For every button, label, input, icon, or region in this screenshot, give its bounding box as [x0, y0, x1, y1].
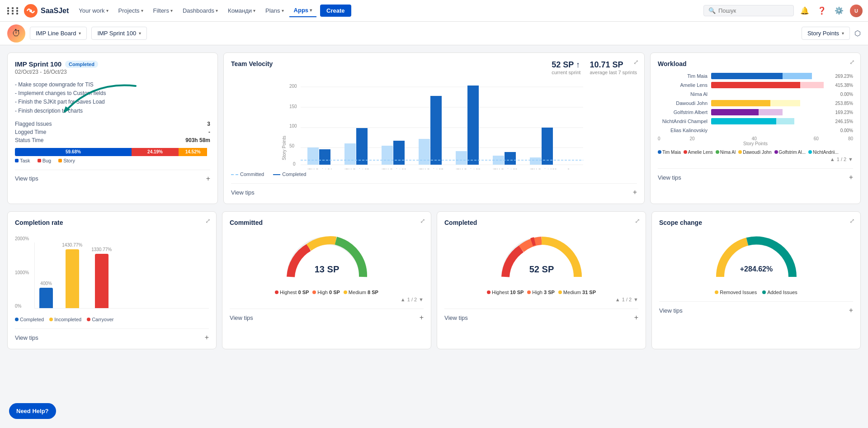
workload-pagination-up[interactable]: ▲: [830, 157, 835, 162]
wl-golfstrim: Golfstrim Al...: [774, 150, 806, 155]
svg-text:IPM Sprint 95: IPM Sprint 95: [344, 168, 369, 169]
nav-projects[interactable]: Projects ▾: [114, 5, 148, 17]
wl-tim: Tim Maia: [658, 150, 681, 155]
wl-amelie: Amelie Lens: [684, 150, 713, 155]
wb-row-dawoudi: Dawoudi John 253.85%: [658, 100, 853, 106]
completion-expand-icon[interactable]: ⤢: [205, 217, 211, 224]
completion-view-tips[interactable]: View tips +: [15, 328, 209, 342]
share-button[interactable]: ⬡: [854, 29, 861, 38]
completed-view-tips-label: View tips: [444, 314, 468, 321]
svg-rect-20: [467, 86, 479, 165]
wb-pct-tim: 269.23%: [835, 74, 853, 79]
workload-pagination-down[interactable]: ▼: [848, 157, 853, 162]
completion-plus-icon[interactable]: +: [205, 333, 209, 342]
app-grid-button[interactable]: [5, 5, 22, 16]
completed-pagination-down[interactable]: ▼: [633, 297, 638, 302]
sprint-view-tips[interactable]: View tips +: [15, 170, 210, 183]
workload-plus-icon[interactable]: +: [849, 173, 853, 181]
scope-view-tips[interactable]: View tips +: [659, 301, 853, 314]
completion-y-axis: 2000% 1000% 0%: [15, 236, 31, 309]
scope-gauge-svg: +284.62%: [711, 232, 802, 286]
completion-card: Completion rate ⤢ 2000% 1000% 0% 400% 14…: [7, 211, 217, 349]
svg-text:IPM Sprint 99: IPM Sprint 99: [493, 168, 518, 169]
nav-your-work[interactable]: Your work ▾: [74, 5, 113, 17]
completed-view-tips[interactable]: View tips +: [444, 309, 638, 322]
top-navigation: SaaSJet Your work ▾ Projects ▾ Filters ▾…: [0, 0, 868, 22]
velocity-expand-icon[interactable]: ⤢: [633, 58, 639, 66]
progress-bug: 24.19%: [132, 148, 179, 156]
main-content-row1: IMP Sprint 100 Completed 02/Oct/23 - 16/…: [0, 45, 868, 211]
sprint-desc-line2: - Implement changes to Custom fields: [15, 89, 210, 98]
scope-plus-icon[interactable]: +: [849, 306, 853, 314]
legend-completed: Completed: [15, 317, 44, 322]
search-input[interactable]: [718, 7, 789, 14]
sprint-desc-line1: - Make scope downgrade for TIS: [15, 81, 210, 89]
completion-bars: 400% 1430.77% 1330.77%: [34, 243, 209, 309]
sprint-desc-line4: - Finish description to charts: [15, 107, 210, 115]
workload-view-tips[interactable]: View tips +: [658, 168, 853, 181]
committed-highest: Highest 0 SP: [275, 290, 309, 295]
help-button[interactable]: ❓: [816, 5, 828, 17]
xaxis-80: 80: [848, 136, 853, 141]
story-points-button[interactable]: Story Points ▾: [802, 27, 850, 40]
avg-sprint-label: average last 7 sprints: [590, 70, 637, 75]
nav-teams[interactable]: Команди ▾: [223, 5, 260, 17]
story-points-chevron-icon: ▾: [842, 31, 844, 36]
logo[interactable]: SaaSJet: [24, 4, 69, 18]
committed-pagination-up[interactable]: ▲: [401, 297, 406, 302]
wb-bar-golfstrim: [711, 109, 830, 115]
svg-text:Story Points: Story Points: [282, 136, 287, 160]
notifications-button[interactable]: 🔔: [798, 5, 811, 17]
logo-text: SaaSJet: [41, 7, 69, 15]
nav-filters[interactable]: Filters ▾: [149, 5, 177, 17]
sprint-selector[interactable]: IMP Sprint 100 ▾: [91, 27, 147, 40]
wb-row-golfstrim: Golfstrim Albert 169.23%: [658, 109, 853, 115]
completed-plus-icon[interactable]: +: [634, 314, 638, 322]
nav-apps[interactable]: Apps ▾: [289, 4, 317, 17]
sprint-chevron-icon: ▾: [139, 31, 141, 36]
wb-bar-nima: [711, 91, 835, 97]
scope-legend: Removed Issues Added Issues: [659, 290, 853, 295]
velocity-view-tips[interactable]: View tips +: [231, 183, 637, 196]
sprint-description: - Make scope downgrade for TIS - Impleme…: [15, 81, 210, 115]
flagged-label: Flagged Issues: [15, 121, 112, 127]
completed-pagination-up[interactable]: ▲: [615, 297, 620, 302]
wl-nicht: NichtAndrii...: [808, 150, 839, 155]
nav-dashboards[interactable]: Dashboards ▾: [178, 5, 222, 17]
committed-plus-icon[interactable]: +: [420, 314, 424, 322]
avatar[interactable]: U: [850, 5, 863, 17]
svg-text:200: 200: [289, 84, 297, 89]
workload-expand-icon[interactable]: ⤢: [849, 58, 855, 66]
committed-expand-icon[interactable]: ⤢: [420, 217, 425, 224]
bar-completed: 400%: [39, 281, 53, 308]
wb-pct-nicht: 246.15%: [835, 119, 853, 124]
scope-added: Added Issues: [762, 290, 797, 295]
main-content-row2: Completion rate ⤢ 2000% 1000% 0% 400% 14…: [0, 211, 868, 357]
stat-current: 52 SP ↑ current sprint: [552, 60, 580, 75]
view-tips-plus-icon[interactable]: +: [206, 175, 210, 183]
legend-carryover: Carryover: [87, 317, 113, 322]
create-button[interactable]: Create: [320, 5, 351, 17]
wb-row-nicht: NichtAndrii Champel 246.15%: [658, 118, 853, 124]
scope-expand-icon[interactable]: ⤢: [849, 217, 855, 224]
workload-x-label: Story Points: [658, 141, 853, 146]
svg-text:IPM Sprint 94: IPM Sprint 94: [307, 168, 332, 169]
scope-view-tips-label: View tips: [659, 307, 683, 314]
wb-row-tim: Tim Maia 269.23%: [658, 73, 853, 79]
wb-pct-nima: 0.00%: [840, 92, 853, 97]
velocity-plus-icon[interactable]: +: [633, 188, 637, 196]
completed-gauge: 52 SP: [444, 232, 638, 286]
completion-view-tips-label: View tips: [15, 334, 38, 341]
view-tips-label: View tips: [15, 175, 38, 182]
committed-pagination-down[interactable]: ▼: [419, 297, 424, 302]
committed-view-tips[interactable]: View tips +: [230, 309, 424, 322]
board-selector[interactable]: IMP Line Board ▾: [30, 27, 87, 40]
nav-plans[interactable]: Plans ▾: [261, 5, 288, 17]
progress-story: 14.52%: [179, 148, 207, 156]
committed-legend: Highest 0 SP High 0 SP Medium 8 SP: [230, 290, 424, 295]
committed-gauge: 13 SP: [230, 232, 424, 286]
search-bar[interactable]: 🔍: [703, 5, 794, 16]
completed-expand-icon[interactable]: ⤢: [635, 217, 640, 224]
settings-button[interactable]: ⚙️: [833, 5, 845, 17]
xaxis-20: 20: [662, 136, 722, 141]
